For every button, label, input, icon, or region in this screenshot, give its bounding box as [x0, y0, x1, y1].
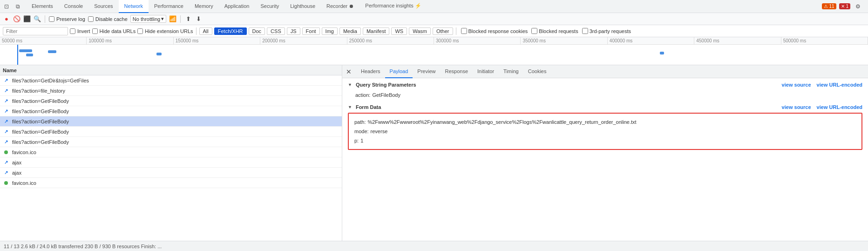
panel-tab-headers[interactable]: Headers: [356, 65, 385, 78]
third-party-label[interactable]: 3rd-party requests: [582, 28, 631, 34]
filter-btn-media[interactable]: Media: [339, 27, 361, 35]
record-icon[interactable]: ●: [3, 15, 10, 23]
tick-450k: 450000 ms: [694, 37, 781, 44]
item-name: files?action=GetDir&tojs=GetFiles: [12, 78, 339, 83]
list-item[interactable]: ↗ files?action=GetFileBody: [0, 106, 342, 116]
device-icon[interactable]: ⧉: [13, 2, 22, 11]
filter-btn-fetchxhr[interactable]: Fetch/XHR: [214, 27, 247, 35]
tick-300k: 300000 ms: [434, 37, 521, 44]
blocked-cookies-label[interactable]: Blocked response cookies: [461, 28, 528, 34]
filter-btn-all[interactable]: All: [199, 27, 212, 35]
form-key-path: path:: [354, 118, 366, 126]
list-item[interactable]: favicon.ico: [0, 178, 342, 188]
panel-tab-cookies[interactable]: Cookies: [523, 65, 551, 78]
invert-label[interactable]: Invert: [70, 28, 90, 34]
form-section-links: view source view URL-encoded: [782, 104, 862, 110]
form-view-encoded[interactable]: view URL-encoded: [817, 104, 862, 110]
disable-cache-checkbox[interactable]: [88, 16, 94, 22]
right-panel: ✕ Headers Payload Preview Response Initi…: [342, 65, 868, 241]
form-key-mode: mode:: [354, 128, 369, 135]
tick-150k: 150000 ms: [174, 37, 260, 44]
tab-application[interactable]: Application: [219, 0, 255, 13]
tab-security[interactable]: Security: [255, 0, 285, 13]
upload-icon[interactable]: ⬆: [184, 15, 192, 23]
filter-btn-wasm[interactable]: Wasm: [409, 27, 431, 35]
filter-btn-ws[interactable]: WS: [391, 27, 407, 35]
form-row-mode: mode: reverse: [354, 127, 856, 136]
tab-console[interactable]: Console: [59, 0, 88, 13]
top-right-icons: ⚠ 11 ✕ 1 ⚙: [822, 2, 866, 11]
top-tab-bar: ⊡ ⧉ Elements Console Sources Network Per…: [0, 0, 868, 13]
item-name: files?action=GetFileBody: [12, 139, 339, 145]
collapse-triangle[interactable]: ▼: [348, 82, 352, 87]
hide-ext-urls-label[interactable]: Hide extension URLs: [137, 28, 193, 34]
preserve-log-label[interactable]: Preserve log: [49, 16, 85, 22]
list-item[interactable]: ↗ files?action=GetFileBody: [0, 96, 342, 106]
list-body: ↗ files?action=GetDir&tojs=GetFiles ↗ fi…: [0, 75, 342, 241]
form-data-title: ▼ Form Data view source view URL-encoded: [348, 104, 862, 110]
list-item[interactable]: favicon.ico: [0, 147, 342, 157]
tab-recorder[interactable]: Recorder ⏺: [321, 0, 359, 13]
form-view-source[interactable]: view source: [782, 104, 811, 110]
panel-tab-timing[interactable]: Timing: [499, 65, 523, 78]
list-item-selected[interactable]: ↗ files?action=GetFileBody: [0, 116, 342, 127]
panel-tab-preview[interactable]: Preview: [413, 65, 440, 78]
filter-input[interactable]: [3, 27, 68, 35]
tick-250k: 250000 ms: [347, 37, 434, 44]
inspect-icon[interactable]: ⊡: [2, 2, 11, 11]
tab-perf-insights[interactable]: Performance insights ⚡: [359, 0, 427, 13]
hide-data-urls-checkbox[interactable]: [92, 28, 98, 34]
filter-btn-font[interactable]: Font: [302, 27, 320, 35]
list-item[interactable]: ↗ files?action=file_history: [0, 86, 342, 96]
throttle-select[interactable]: No throttling ▾: [130, 15, 166, 23]
network-toolbar: ● 🚫 ⬛ 🔍 Preserve log Disable cache No th…: [0, 13, 868, 25]
filter-btn-doc[interactable]: Doc: [249, 27, 265, 35]
query-view-encoded[interactable]: view URL-encoded: [817, 82, 862, 88]
list-item[interactable]: ↗ ajax: [0, 157, 342, 168]
filter-btn-img[interactable]: Img: [322, 27, 338, 35]
form-value-mode: reverse: [371, 128, 388, 135]
collapse-triangle-2[interactable]: ▼: [348, 105, 352, 109]
third-party-checkbox[interactable]: [582, 28, 588, 34]
settings-icon[interactable]: ⚙: [853, 2, 862, 11]
list-item[interactable]: ↗ files?action=GetFileBody: [0, 137, 342, 147]
clear-icon[interactable]: 🚫: [13, 15, 20, 23]
tab-elements[interactable]: Elements: [26, 0, 59, 13]
list-item[interactable]: ↗ ajax: [0, 168, 342, 178]
panel-tabs: ✕ Headers Payload Preview Response Initi…: [342, 65, 868, 78]
query-view-source[interactable]: view source: [782, 82, 811, 88]
filter-icon[interactable]: ⬛: [23, 15, 31, 23]
form-value-p: 1: [360, 137, 363, 144]
hide-ext-urls-checkbox[interactable]: [137, 28, 143, 34]
tab-lighthouse[interactable]: Lighthouse: [285, 0, 321, 13]
download-icon[interactable]: ⬇: [195, 15, 202, 23]
filter-btn-css[interactable]: CSS: [267, 27, 285, 35]
blocked-cookies-checkbox[interactable]: [461, 28, 467, 34]
list-item[interactable]: ↗ files?action=GetFileBody: [0, 127, 342, 137]
search-icon[interactable]: 🔍: [34, 15, 41, 23]
filter-btn-js[interactable]: JS: [287, 27, 300, 35]
filter-btn-manifest[interactable]: Manifest: [363, 27, 390, 35]
form-row-p: p: 1: [354, 136, 856, 145]
item-name: files?action=GetFileBody: [12, 129, 339, 135]
disable-cache-label[interactable]: Disable cache: [88, 16, 128, 22]
panel-close-button[interactable]: ✕: [344, 67, 353, 76]
status-text: 11 / 13 2.6 kB / 24.0 kB transferred 230…: [4, 244, 162, 249]
tab-memory[interactable]: Memory: [189, 0, 219, 13]
panel-tab-initiator[interactable]: Initiator: [473, 65, 499, 78]
invert-checkbox[interactable]: [70, 28, 75, 34]
preserve-log-checkbox[interactable]: [49, 16, 54, 22]
tab-performance[interactable]: Performance: [149, 0, 189, 13]
wifi-icon[interactable]: 📶: [169, 15, 176, 23]
tick-50k: 50000 ms: [0, 37, 87, 44]
hide-data-urls-label[interactable]: Hide data URLs: [92, 28, 136, 34]
tab-sources[interactable]: Sources: [88, 0, 118, 13]
blocked-requests-checkbox[interactable]: [531, 28, 537, 34]
blocked-requests-label[interactable]: Blocked requests: [531, 28, 578, 34]
panel-tab-payload[interactable]: Payload: [385, 65, 413, 78]
throttle-chevron: ▾: [161, 16, 164, 22]
panel-tab-response[interactable]: Response: [440, 65, 473, 78]
list-item[interactable]: ↗ files?action=GetDir&tojs=GetFiles: [0, 75, 342, 86]
filter-btn-other[interactable]: Other: [433, 27, 453, 35]
tab-network[interactable]: Network: [119, 0, 149, 13]
